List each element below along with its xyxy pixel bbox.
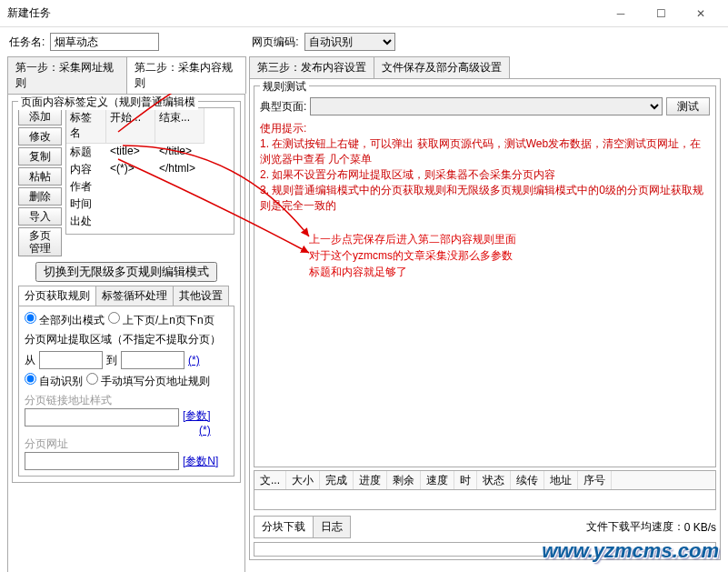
tip-3: 3. 规则普通编辑模式中的分页获取规则和无限级多页规则编辑模式中的0级的分页网址… (260, 183, 710, 214)
subtab-other[interactable]: 其他设置 (173, 286, 229, 306)
taskname-label: 任务名: (9, 35, 45, 50)
link-style-label: 分页链接地址样式 (25, 393, 228, 408)
tab-step4[interactable]: 文件保存及部分高级设置 (374, 56, 510, 78)
encoding-label: 网页编码: (252, 35, 298, 50)
auto-radio[interactable]: 自动识别 (25, 375, 83, 387)
tip-2: 2. 如果不设置分布网址提取区域，则采集器不会采集分页内容 (260, 167, 710, 183)
import-button[interactable]: 导入 (18, 207, 62, 226)
link-style-input[interactable] (25, 408, 179, 426)
right-step-tabs: 第三步：发布内容设置 文件保存及部分高级设置 (249, 56, 721, 78)
tag-definition-fieldset: 页面内容标签定义（规则普通编辑模 添加 修改 复制 粘帖 删除 导入 多页管理 … (12, 101, 241, 483)
subtab-loop[interactable]: 标签循环处理 (95, 286, 174, 306)
avg-speed-value: 0 KB/s (684, 521, 716, 534)
mode-all-radio[interactable]: 全部列出模式 (25, 314, 105, 326)
annotation-2: 对于这个yzmcms的文章采集没那么多参数 (309, 248, 513, 264)
multipage-button[interactable]: 多页管理 (18, 227, 62, 256)
col-start: 开始... (106, 108, 155, 144)
col-end: 结束... (155, 108, 204, 144)
switch-mode-button[interactable]: 切换到无限级多页规则编辑模式 (35, 262, 217, 282)
rule-grid[interactable]: 标签名 开始... 结束... 标题<title></title> 内容<(*)… (65, 107, 234, 235)
mode-updown-radio[interactable]: 上下页/上n页下n页 (108, 314, 214, 326)
wildcard-link[interactable]: (*) (188, 354, 200, 366)
paste-button[interactable]: 粘帖 (18, 167, 62, 186)
extract-area-label: 分页网址提取区域（不指定不提取分页） (25, 332, 228, 347)
to-input[interactable] (121, 351, 184, 369)
maximize-button[interactable]: ☐ (641, 1, 681, 26)
tab-step1[interactable]: 第一步：采集网址规则 (7, 56, 127, 94)
test-button[interactable]: 测试 (666, 97, 710, 115)
watermark: www.yzmcms.com (542, 539, 719, 563)
tab-chunk-download[interactable]: 分块下载 (254, 516, 314, 538)
tab-step2[interactable]: 第二步：采集内容规则 (126, 56, 246, 94)
minimize-button[interactable]: ─ (601, 1, 641, 26)
top-row: 任务名: 网页编码: 自动识别 (0, 27, 728, 56)
manual-radio[interactable]: 手动填写分页地址规则 (86, 375, 210, 387)
tip-1: 1. 在测试按钮上右键，可以弹出 获取网页源代码，测试Web发布数据，清空测试页… (260, 136, 710, 167)
page-url-label: 分页网址 (25, 437, 228, 452)
col-tagname: 标签名 (66, 108, 106, 144)
download-grid-header: 文...大小完成 进度剩余速度 时状态续传 地址序号 (254, 470, 716, 490)
titlebar: 新建任务 ─ ☐ ✕ (0, 0, 728, 27)
page-url-input[interactable] (25, 452, 179, 470)
tab-log[interactable]: 日志 (313, 516, 351, 538)
table-row[interactable]: 标题<title></title> (66, 144, 234, 161)
add-button[interactable]: 添加 (18, 107, 62, 125)
close-button[interactable]: ✕ (681, 1, 721, 26)
tips-title: 使用提示: (260, 121, 710, 136)
rule-test-fieldset: 规则测试 典型页面: 测试 使用提示: 1. 在测试按钮上右键，可以弹出 获取网… (254, 85, 716, 467)
table-row[interactable]: 内容<(*)></html> (66, 161, 234, 178)
taskname-input[interactable] (50, 33, 159, 51)
window-title: 新建任务 (7, 5, 601, 21)
annotation-3: 标题和内容就足够了 (309, 265, 407, 280)
rule-test-legend: 规则测试 (260, 79, 309, 95)
paramN-link[interactable]: [参数N] (183, 454, 218, 469)
edit-button[interactable]: 修改 (18, 127, 62, 146)
copy-button[interactable]: 复制 (18, 147, 62, 166)
table-row[interactable]: 时间 (66, 196, 234, 213)
download-grid-body[interactable] (254, 490, 716, 510)
subtab-paging[interactable]: 分页获取规则 (18, 286, 96, 306)
table-row[interactable]: 作者 (66, 178, 234, 196)
typical-page-select[interactable] (310, 97, 663, 115)
from-input[interactable] (39, 351, 103, 369)
fieldset-legend: 页面内容标签定义（规则普通编辑模 (18, 95, 198, 110)
wildcard-link-2[interactable]: (*) (183, 424, 211, 437)
param-link[interactable]: [参数] (183, 408, 211, 424)
delete-button[interactable]: 删除 (18, 187, 62, 206)
encoding-select[interactable]: 自动识别 (304, 33, 395, 51)
annotation-1: 上一步点完保存后进入第二部内容规则里面 (309, 232, 516, 247)
tab-step3[interactable]: 第三步：发布内容设置 (249, 56, 374, 78)
avg-speed-label: 文件下载平均速度： (586, 519, 684, 535)
table-row[interactable]: 出处 (66, 213, 234, 230)
typical-page-label: 典型页面: (260, 99, 306, 115)
left-step-tabs: 第一步：采集网址规则 第二步：采集内容规则 (7, 56, 245, 94)
